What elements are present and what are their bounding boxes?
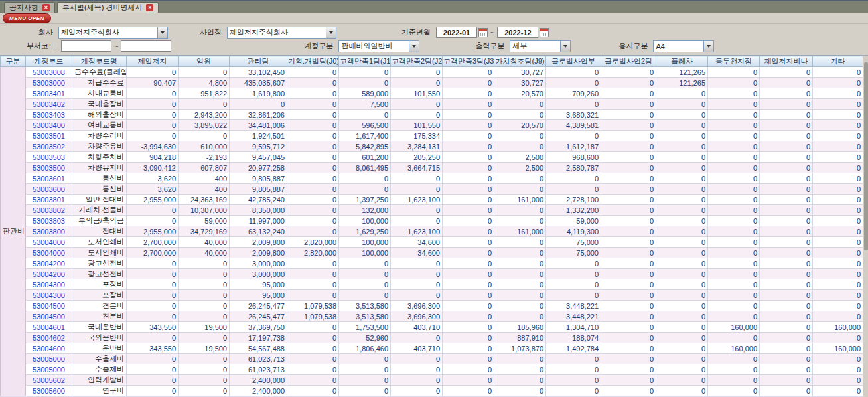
table-row[interactable]: 53005000수출제비0061,023,71300000000000 [1, 354, 863, 364]
amount-cell: 0 [601, 269, 656, 279]
vertical-scrollbar[interactable] [863, 56, 868, 397]
table-row[interactable]: 53005602인력개발비002,400,00000000000000 [1, 375, 863, 386]
table-row[interactable]: 53003403해외출장비02,943,20032,861,206000003,… [1, 110, 863, 120]
amount-cell: 0 [494, 110, 546, 120]
table-row[interactable]: 53004602국외운반비0017,197,738052,96000887,91… [1, 333, 863, 343]
amount-cell: 3,000,000 [230, 258, 287, 269]
table-row[interactable]: 53003803부의금/축의금059,00011,997,0000100,000… [1, 216, 863, 226]
table-row[interactable]: 53003802거래처 선물비010,307,0008,350,0000132,… [1, 205, 863, 216]
dept-code-to-input[interactable] [121, 40, 171, 52]
col-header-dept: 고객만족3팀(J3) [443, 56, 494, 67]
paper-type-value: A4 [656, 42, 664, 50]
tab-notice[interactable]: 공지사항 × [4, 2, 55, 13]
amount-cell: 0 [813, 311, 863, 322]
period-to-input[interactable]: 2022-12 [497, 27, 538, 38]
amount-cell: 1,397,250 [339, 195, 391, 205]
table-row[interactable]: 53004300포장비0095,00000000000000 [1, 279, 863, 290]
amount-cell: 0 [760, 195, 813, 205]
table-row[interactable]: 53003600통신비3,6204009,805,88700000000000 [1, 184, 863, 195]
amount-cell: 0 [656, 311, 708, 322]
amount-cell: 0 [443, 279, 494, 290]
account-type-label: 계정구분 [304, 41, 333, 51]
table-row[interactable]: 53004200광고선전비003,000,00000000000000 [1, 269, 863, 279]
account-code: 53004500 [26, 301, 72, 311]
table-row[interactable]: 53003502차량주유비-3,994,630610,0009,595,7120… [1, 141, 863, 152]
amount-cell: 1,806,460 [339, 343, 391, 354]
table-row[interactable]: 53003402국내출장비00007,500000000000 [1, 99, 863, 110]
table-row[interactable]: 53004500견본비0026,245,4771,079,5383,513,58… [1, 311, 863, 322]
output-type-select[interactable]: 세부 [510, 40, 571, 52]
table-row[interactable]: 53003401시내교통비0951,8221,619,8000589,00010… [1, 88, 863, 99]
amount-cell: 2,728,100 [546, 195, 601, 205]
amount-cell: 0 [708, 67, 760, 78]
amount-cell: 188,074 [546, 333, 601, 343]
chevron-down-icon [703, 41, 713, 52]
account-type-select[interactable]: 판매비와일반비 [338, 40, 419, 52]
app-window: 공지사항 × 부서별(세목) 경비명세서 × MENU OPEN 회사 제일저지… [0, 0, 868, 397]
amount-cell: 0 [813, 110, 863, 120]
amount-cell: 3,696,300 [391, 301, 443, 311]
amount-cell: 0 [656, 88, 708, 99]
table-row[interactable]: 53003500차량유지비-3,090,412607,80720,977,258… [1, 163, 863, 173]
calendar-icon[interactable] [540, 28, 549, 37]
amount-cell: 0 [339, 78, 391, 88]
amount-cell: 33,102,450 [230, 67, 287, 78]
table-row[interactable]: 53003400여비교통비03,895,02234,481,0060596,50… [1, 120, 863, 131]
menu-open-button[interactable]: MENU OPEN [3, 13, 51, 23]
table-row[interactable]: 53004601국내운반비343,55019,50037,369,75001,7… [1, 322, 863, 333]
account-name: 인력개발비 [72, 375, 127, 386]
amount-cell: 0 [708, 152, 760, 163]
amount-cell: 95,000 [230, 279, 287, 290]
table-row[interactable]: 판관비53003008급수수료(클레임)0033,102,450000030,7… [1, 67, 863, 78]
amount-cell: 0 [656, 258, 708, 269]
table-row[interactable]: 53003503차량주차비904,218-2,1939,457,0450601,… [1, 152, 863, 163]
dept-code-from-input[interactable] [61, 40, 111, 52]
table-row[interactable]: 53003501차량수리비001,924,50101,617,400175,33… [1, 131, 863, 141]
workplace-select[interactable]: 제일저지주식회사 [227, 27, 336, 39]
amount-cell: 0 [443, 67, 494, 78]
amount-cell: 0 [391, 279, 443, 290]
table-row[interactable]: 53005600연구비002,400,00000000000000 [1, 386, 863, 396]
account-code: 53003502 [26, 141, 72, 152]
table-row[interactable]: 53004300포장비0095,00000000000000 [1, 290, 863, 301]
amount-cell: 0 [546, 184, 601, 195]
amount-cell: 0 [656, 226, 708, 237]
table-row[interactable]: 53003800접대비2,955,00034,729,16963,132,240… [1, 226, 863, 237]
amount-cell: 0 [391, 67, 443, 78]
account-name: 국외운반비 [72, 333, 127, 343]
amount-cell: 0 [287, 184, 339, 195]
company-select[interactable]: 제일저지주식회사 [58, 27, 168, 39]
account-name: 통신비 [72, 184, 127, 195]
amount-cell: 0 [656, 364, 708, 375]
amount-cell: 95,000 [230, 290, 287, 301]
amount-cell: 2,400,000 [230, 386, 287, 396]
close-icon[interactable]: × [42, 4, 50, 11]
close-icon[interactable]: × [146, 4, 153, 11]
company-label: 회사 [38, 27, 53, 37]
paper-type-select[interactable]: A4 [653, 40, 714, 52]
table-row[interactable]: 53004000도서인쇄비2,700,00040,0002,009,8002,8… [1, 237, 863, 248]
amount-cell: 2,500 [494, 163, 546, 173]
table-row[interactable]: 53004600운반비343,55019,50054,567,48801,806… [1, 343, 863, 354]
table-row[interactable]: 53003601통신비3,6204009,805,88700000000000 [1, 173, 863, 184]
amount-cell: 0 [127, 311, 179, 322]
amount-cell: 0 [287, 131, 339, 141]
table-row[interactable]: 53004500견본비0026,245,4771,079,5383,513,58… [1, 301, 863, 311]
account-code: 53003401 [26, 88, 72, 99]
amount-cell: 0 [708, 269, 760, 279]
amount-cell: 0 [656, 141, 708, 152]
table-row[interactable]: 53004200광고선전비003,000,00000000000000 [1, 258, 863, 269]
table-row[interactable]: 53005000수출제비0061,023,71300000000000 [1, 364, 863, 375]
amount-cell: 24,363,169 [179, 195, 230, 205]
table-row[interactable]: 53003000지급수수료-90,4074,800435,035,6070000… [1, 78, 863, 88]
table-row[interactable]: 53004000도서인쇄비2,700,00040,0002,009,8002,8… [1, 248, 863, 258]
table-row[interactable]: 53003801일반 접대비2,955,00024,363,16942,785,… [1, 195, 863, 205]
tab-expense-report[interactable]: 부서별(세목) 경비명세서 × [57, 2, 159, 13]
period-from-input[interactable]: 2022-01 [436, 27, 477, 38]
amount-cell: 0 [339, 173, 391, 184]
amount-cell: 37,369,750 [230, 322, 287, 333]
amount-cell: 0 [287, 99, 339, 110]
amount-cell: 2,820,000 [287, 237, 339, 248]
scrollbar-thumb[interactable] [864, 62, 868, 250]
calendar-icon[interactable] [478, 28, 488, 37]
